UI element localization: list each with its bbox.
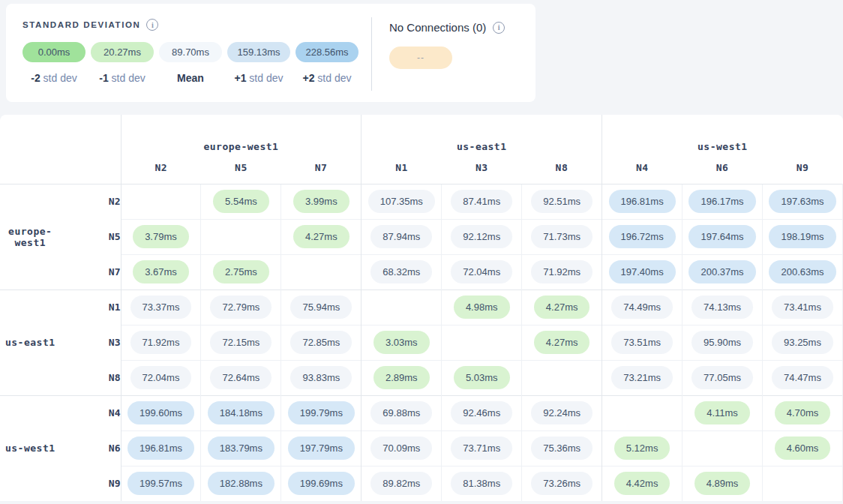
latency-cell-N5-N1: 87.94ms <box>362 219 442 254</box>
latency-pill[interactable]: 74.49ms <box>611 296 673 319</box>
latency-pill[interactable]: 3.99ms <box>293 190 350 213</box>
table-row-N3: N371.92ms72.15ms72.85ms3.03ms4.27ms73.51… <box>0 325 843 360</box>
latency-pill[interactable]: 196.81ms <box>128 436 194 460</box>
latency-cell-N1-N7: 75.94ms <box>281 290 362 325</box>
latency-pill[interactable]: 74.13ms <box>692 296 753 319</box>
latency-pill[interactable]: 2.89ms <box>374 366 430 389</box>
latency-pill[interactable]: 4.11ms <box>694 401 750 424</box>
latency-pill[interactable]: 184.18ms <box>208 401 274 424</box>
latency-pill[interactable]: 72.04ms <box>451 260 512 284</box>
latency-pill[interactable]: 197.64ms <box>688 225 755 248</box>
latency-pill[interactable]: 197.63ms <box>769 190 836 213</box>
latency-pill[interactable]: 87.94ms <box>370 225 432 248</box>
matrix-corner <box>0 115 121 184</box>
row-header-N4: N4 <box>61 395 122 430</box>
latency-pill[interactable]: 75.94ms <box>290 296 352 319</box>
table-row-N8: N872.04ms72.64ms93.83ms2.89ms5.03ms73.21… <box>0 360 843 395</box>
latency-pill[interactable]: 73.26ms <box>531 472 592 495</box>
latency-pill[interactable]: 81.38ms <box>451 472 512 495</box>
row-header-N9: N9 <box>61 466 122 501</box>
latency-pill[interactable]: 70.09ms <box>370 436 432 460</box>
latency-pill[interactable]: 4.27ms <box>534 331 590 354</box>
latency-pill[interactable]: 73.71ms <box>451 436 512 460</box>
latency-pill[interactable]: 69.88ms <box>370 401 432 424</box>
latency-cell-N2-N8: 92.51ms <box>522 184 602 219</box>
latency-pill[interactable]: 73.51ms <box>611 331 673 354</box>
latency-pill[interactable]: 75.36ms <box>531 436 592 460</box>
latency-pill[interactable]: 196.72ms <box>609 225 676 248</box>
latency-pill[interactable]: 182.88ms <box>208 472 274 495</box>
latency-cell-N4-N1: 69.88ms <box>362 395 442 430</box>
latency-cell-N8-N2: 72.04ms <box>121 360 201 395</box>
latency-pill[interactable]: 4.27ms <box>534 296 590 319</box>
latency-cell-N1-N6: 74.13ms <box>682 290 763 325</box>
latency-pill[interactable]: 72.64ms <box>210 366 272 389</box>
row-header-N5: N5 <box>61 219 122 254</box>
latency-pill[interactable]: 198.19ms <box>769 225 836 248</box>
latency-pill[interactable]: 93.25ms <box>772 331 833 354</box>
latency-pill[interactable]: 95.90ms <box>692 331 753 354</box>
latency-pill[interactable]: 196.81ms <box>609 190 676 213</box>
latency-pill[interactable]: 200.37ms <box>688 260 755 284</box>
latency-pill[interactable]: 92.24ms <box>531 401 592 424</box>
latency-pill[interactable]: 92.46ms <box>451 401 512 424</box>
latency-pill[interactable]: 71.92ms <box>531 260 592 284</box>
latency-pill[interactable]: 72.04ms <box>130 366 192 389</box>
legend-label-mean: Mean <box>177 72 204 84</box>
latency-pill[interactable]: 92.12ms <box>451 225 512 248</box>
latency-pill[interactable]: 92.51ms <box>531 190 592 213</box>
latency-pill[interactable]: 72.85ms <box>290 331 352 354</box>
latency-cell-N9-N2: 199.57ms <box>121 466 201 501</box>
latency-pill[interactable]: 73.41ms <box>772 296 833 319</box>
latency-pill[interactable]: 5.03ms <box>454 366 510 389</box>
latency-pill[interactable]: 199.60ms <box>128 401 194 424</box>
latency-cell-N4-N8: 92.24ms <box>522 395 602 430</box>
info-icon[interactable]: i <box>146 19 158 31</box>
matrix-header-region-row: europe-west1us-east1us-west1 <box>0 115 843 152</box>
latency-pill[interactable]: 3.79ms <box>133 225 189 248</box>
latency-pill[interactable]: 72.15ms <box>210 331 272 354</box>
latency-pill[interactable]: 72.79ms <box>210 296 272 319</box>
latency-pill[interactable]: 93.83ms <box>290 366 352 389</box>
latency-pill[interactable]: 3.67ms <box>133 260 189 284</box>
latency-pill[interactable]: 196.17ms <box>688 190 755 213</box>
latency-pill[interactable]: 197.40ms <box>609 260 676 284</box>
latency-pill[interactable]: 4.98ms <box>454 296 510 319</box>
latency-cell-N4-N6: 4.11ms <box>682 395 763 430</box>
latency-pill[interactable]: 77.05ms <box>692 366 753 389</box>
latency-pill[interactable]: 199.69ms <box>288 472 355 495</box>
latency-pill[interactable]: 4.60ms <box>775 436 831 460</box>
latency-pill[interactable]: 74.47ms <box>772 366 833 389</box>
latency-pill[interactable]: 87.41ms <box>451 190 512 213</box>
latency-cell-N3-N3 <box>442 325 522 360</box>
latency-cell-N8-N8 <box>522 360 602 395</box>
latency-pill[interactable]: 2.75ms <box>213 260 269 284</box>
latency-pill[interactable]: 4.70ms <box>775 401 831 424</box>
latency-cell-N7-N5: 2.75ms <box>201 254 281 290</box>
latency-pill[interactable]: 73.21ms <box>611 366 673 389</box>
latency-pill[interactable]: 107.35ms <box>368 190 435 213</box>
latency-pill[interactable]: 199.57ms <box>128 472 194 495</box>
latency-pill[interactable]: 5.54ms <box>213 190 269 213</box>
latency-pill[interactable]: 71.92ms <box>130 331 192 354</box>
latency-pill[interactable]: 73.37ms <box>130 296 192 319</box>
latency-pill[interactable]: 68.32ms <box>370 260 432 284</box>
latency-pill[interactable]: 4.42ms <box>614 472 670 495</box>
latency-pill[interactable]: 5.12ms <box>614 436 670 460</box>
legend-item-plus2: 228.56ms +2 std dev <box>296 42 358 84</box>
latency-pill[interactable]: 199.79ms <box>288 401 355 424</box>
info-icon[interactable]: i <box>493 22 505 34</box>
latency-pill[interactable]: 3.03ms <box>374 331 430 354</box>
latency-cell-N7-N4: 197.40ms <box>602 254 682 290</box>
latency-cell-N9-N5: 182.88ms <box>201 466 281 501</box>
latency-pill[interactable]: 183.79ms <box>208 436 274 460</box>
latency-pill[interactable]: 4.89ms <box>694 472 751 495</box>
latency-pill[interactable]: 197.79ms <box>288 436 355 460</box>
latency-pill[interactable]: 89.82ms <box>370 472 432 495</box>
latency-cell-N9-N1: 89.82ms <box>362 466 442 501</box>
latency-cell-N9-N9 <box>763 466 843 501</box>
latency-pill[interactable]: 71.73ms <box>531 225 592 248</box>
latency-pill[interactable]: 200.63ms <box>769 260 836 284</box>
column-header-N7: N7 <box>281 152 362 184</box>
latency-pill[interactable]: 4.27ms <box>293 225 350 248</box>
